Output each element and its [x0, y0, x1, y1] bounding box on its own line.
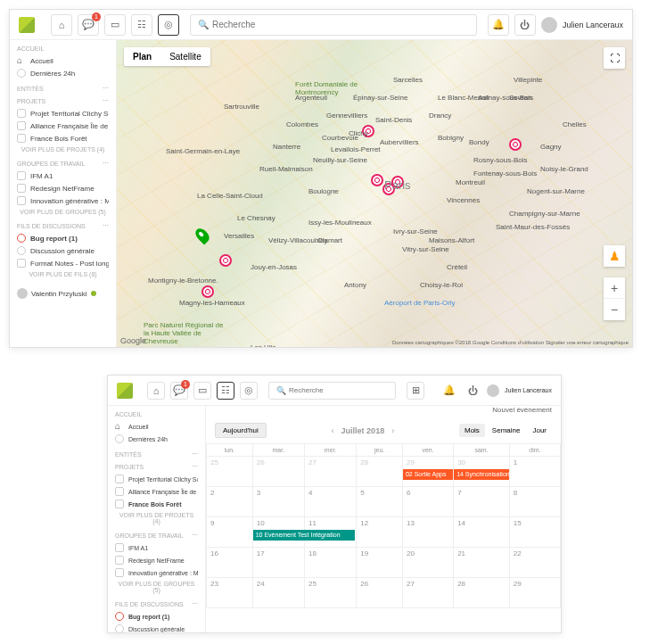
- group-item[interactable]: Innovation générative : Machi...: [115, 566, 198, 579]
- show-more-projects[interactable]: VOIR PLUS DE PROJETS (4): [17, 144, 109, 154]
- project-item[interactable]: France Bois Forêt: [115, 498, 198, 510]
- thread-item[interactable]: Discussion générale: [115, 623, 198, 632]
- thread-item[interactable]: Format Notes - Post long: [17, 257, 109, 269]
- more-icon[interactable]: ⋯: [192, 600, 198, 607]
- project-item[interactable]: France Bois Forêt: [17, 132, 109, 144]
- day-cell[interactable]: 27: [402, 578, 453, 608]
- location-icon[interactable]: ◎: [240, 382, 258, 400]
- fullscreen-icon[interactable]: ⛶: [604, 47, 625, 69]
- thread-item[interactable]: Discussion générale: [17, 244, 109, 257]
- project-item[interactable]: Projet Territorial Clichy Sou...: [115, 473, 198, 485]
- power-icon[interactable]: ⏻: [514, 14, 536, 36]
- thread-item[interactable]: Bug report (1): [115, 610, 198, 623]
- more-icon[interactable]: ⋯: [103, 85, 109, 92]
- more-icon[interactable]: ⋯: [103, 222, 109, 229]
- day-cell[interactable]: 14: [454, 517, 510, 548]
- day-cell[interactable]: 26: [357, 578, 403, 608]
- project-item[interactable]: Alliance Française Île de Fra...: [115, 485, 198, 498]
- next-month-icon[interactable]: ›: [391, 426, 394, 435]
- map-marker[interactable]: [506, 136, 524, 153]
- more-icon[interactable]: ⋯: [192, 532, 198, 539]
- group-item[interactable]: Redesign NetFrame: [17, 182, 109, 194]
- view-month[interactable]: Mois: [459, 424, 485, 437]
- today-button[interactable]: Aujourd'hui: [215, 423, 267, 438]
- sidebar-footer-user[interactable]: Valentin Przyluski: [17, 285, 109, 299]
- more-icon[interactable]: ⋯: [192, 450, 198, 458]
- day-cell[interactable]: 5: [357, 487, 403, 517]
- calendar-icon[interactable]: ☷: [131, 14, 152, 36]
- search-box[interactable]: 🔍: [190, 14, 477, 36]
- home-icon[interactable]: ⌂: [147, 382, 165, 400]
- day-cell[interactable]: 4: [304, 487, 356, 517]
- more-icon[interactable]: ⋯: [103, 160, 109, 167]
- more-icon[interactable]: ⋯: [192, 463, 198, 470]
- day-cell[interactable]: 15: [509, 517, 560, 548]
- chat-icon[interactable]: 💬1: [78, 14, 99, 36]
- nav-dernieres[interactable]: Dernières 24h: [115, 433, 198, 445]
- power-icon[interactable]: ⏻: [464, 382, 481, 400]
- home-icon[interactable]: ⌂: [51, 14, 72, 36]
- day-cell[interactable]: 2902 Sortie Apps: [402, 457, 453, 487]
- day-cell[interactable]: 11: [304, 517, 356, 548]
- map-panel[interactable]: Plan Satellite ⛶ ♟ + − Google Données ca…: [117, 40, 632, 347]
- day-cell[interactable]: 25: [207, 457, 253, 487]
- day-cell[interactable]: 28: [357, 457, 403, 487]
- zoom-out-button[interactable]: −: [604, 299, 625, 320]
- day-cell[interactable]: 19: [357, 548, 403, 578]
- map-canvas[interactable]: Plan Satellite ⛶ ♟ + − Google Données ca…: [117, 40, 632, 347]
- group-item[interactable]: Redesign NetFrame: [115, 554, 198, 566]
- prev-month-icon[interactable]: ‹: [332, 426, 334, 435]
- view-day[interactable]: Jour: [527, 424, 552, 437]
- day-cell[interactable]: 1: [509, 457, 560, 487]
- day-cell[interactable]: 18: [304, 548, 356, 578]
- show-more-groups[interactable]: VOIR PLUS DE GROUPES (5): [115, 579, 198, 595]
- day-cell[interactable]: 6: [402, 487, 453, 517]
- search-input[interactable]: [289, 386, 388, 394]
- user-menu[interactable]: Julien Lanceraux: [487, 384, 552, 397]
- day-cell[interactable]: 29: [509, 578, 560, 608]
- calendar-icon[interactable]: ☷: [217, 382, 234, 400]
- day-cell[interactable]: 1010 Evènement Test Intégration: [252, 517, 304, 548]
- event[interactable]: 14 Synchronisation des: [454, 469, 509, 480]
- map-marker-green[interactable]: [193, 226, 211, 244]
- nav-accueil[interactable]: ⌂Accueil: [115, 420, 198, 433]
- chat-icon[interactable]: 💬1: [170, 382, 188, 400]
- group-item[interactable]: IFM A1: [115, 541, 198, 554]
- thread-item[interactable]: Bug report (1): [17, 232, 109, 244]
- show-more-groups[interactable]: VOIR PLUS DE GROUPES (5): [17, 207, 109, 217]
- day-cell[interactable]: 16: [207, 548, 253, 578]
- day-cell[interactable]: 7: [454, 487, 510, 517]
- day-cell[interactable]: 8: [509, 487, 560, 517]
- day-cell[interactable]: 3: [252, 487, 304, 517]
- day-cell[interactable]: 27: [304, 457, 356, 487]
- map-marker[interactable]: [199, 283, 217, 301]
- day-cell[interactable]: 9: [207, 517, 253, 548]
- day-cell[interactable]: 23: [207, 578, 253, 608]
- day-cell[interactable]: 2: [207, 487, 253, 517]
- pegman-icon[interactable]: ♟: [604, 245, 625, 267]
- map-plan-tab[interactable]: Plan: [124, 47, 160, 66]
- day-cell[interactable]: 20: [402, 548, 453, 578]
- day-cell[interactable]: 12: [357, 517, 403, 548]
- search-input[interactable]: [212, 20, 469, 29]
- day-cell[interactable]: 22: [509, 548, 560, 578]
- day-cell[interactable]: 17: [252, 548, 304, 578]
- search-box[interactable]: 🔍: [268, 382, 396, 400]
- logo[interactable]: [19, 17, 35, 33]
- location-icon[interactable]: ◎: [158, 14, 179, 36]
- day-cell[interactable]: 24: [252, 578, 304, 608]
- project-item[interactable]: Projet Territorial Clichy Sou...: [17, 107, 109, 120]
- nav-accueil[interactable]: ⌂Accueil: [17, 54, 109, 67]
- day-cell[interactable]: 25: [304, 578, 356, 608]
- folder-icon[interactable]: ▭: [193, 382, 211, 400]
- bell-icon[interactable]: 🔔: [440, 382, 458, 400]
- logo[interactable]: [117, 383, 133, 399]
- map-satellite-tab[interactable]: Satellite: [160, 47, 210, 66]
- new-event-link[interactable]: Nouvel événement: [206, 406, 561, 417]
- day-cell[interactable]: 13: [402, 517, 453, 548]
- map-marker[interactable]: [217, 252, 234, 269]
- bell-icon[interactable]: 🔔: [488, 14, 509, 36]
- folder-icon[interactable]: ▭: [104, 14, 126, 36]
- zoom-in-button[interactable]: +: [604, 277, 625, 299]
- day-cell[interactable]: 3014 Synchronisation des: [454, 457, 510, 487]
